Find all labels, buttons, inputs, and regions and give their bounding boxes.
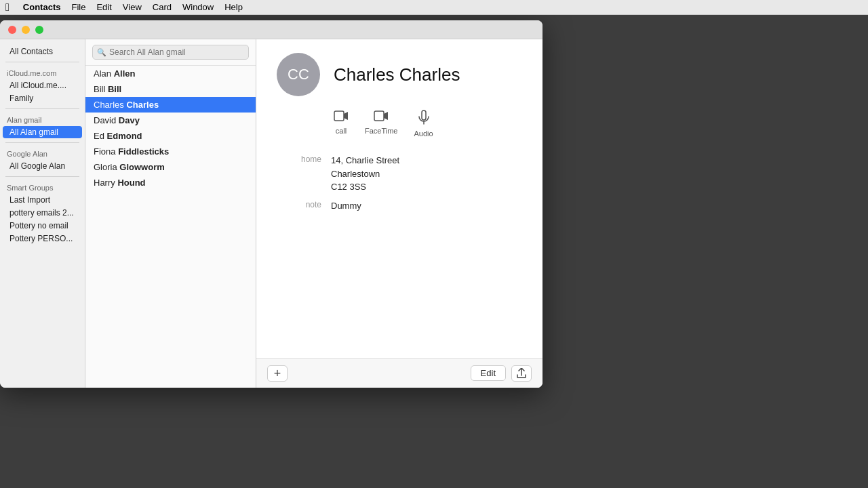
menu-window[interactable]: Window: [182, 2, 214, 12]
close-button[interactable]: [8, 26, 16, 34]
edit-button[interactable]: Edit: [471, 365, 506, 381]
menu-edit[interactable]: Edit: [96, 2, 111, 12]
contact-item-ed-edmond[interactable]: Ed Edmond: [85, 128, 256, 144]
address-label: home: [277, 154, 331, 164]
sidebar-divider-2: [5, 108, 79, 109]
sidebar-item-icloud-all[interactable]: All iCloud.me....: [3, 79, 82, 92]
contact-last-name: Davy: [119, 115, 140, 125]
contact-item-bill-bill[interactable]: Bill Bill: [85, 81, 256, 97]
menubar:  Contacts File Edit View Card Window He…: [0, 0, 868, 15]
sidebar-item-pottery-no-email[interactable]: Pottery no email: [3, 220, 82, 232]
menu-view[interactable]: View: [123, 2, 142, 12]
action-bar: call FaceTime: [277, 110, 522, 138]
detail-panel: CC Charles Charles call: [256, 39, 542, 388]
contact-item-gloria-glowworm[interactable]: Gloria Glowworm: [85, 159, 256, 175]
sidebar-group-alan-gmail: Alan gmail: [0, 113, 85, 125]
sidebar-divider-4: [5, 176, 79, 177]
menu-file[interactable]: File: [71, 2, 85, 12]
note-field-row: note Dummy: [277, 199, 522, 213]
search-icon: 🔍: [97, 48, 106, 57]
sidebar: All Contacts iCloud.me.com All iCloud.me…: [0, 39, 85, 388]
apple-menu[interactable]: : [5, 1, 9, 14]
sidebar-group-smart: Smart Groups: [0, 181, 85, 193]
contacts-window: All Contacts iCloud.me.com All iCloud.me…: [0, 20, 542, 388]
svg-rect-0: [334, 111, 344, 121]
sidebar-divider-1: [5, 62, 79, 62]
note-label: note: [277, 199, 331, 209]
call-label: call: [336, 127, 347, 135]
sidebar-item-last-import[interactable]: Last Import: [3, 194, 82, 206]
share-button[interactable]: [511, 365, 532, 382]
window-content: All Contacts iCloud.me.com All iCloud.me…: [0, 39, 542, 388]
sidebar-group-google-alan: Google Alan: [0, 147, 85, 159]
address-value: 14, Charlie StreetCharlestownC12 3SS: [331, 154, 399, 194]
menu-help[interactable]: Help: [224, 2, 243, 12]
contact-first-name: Alan: [94, 68, 114, 79]
contact-list: 🔍 Alan Allen Bill Bill Charles Charles D…: [85, 39, 256, 388]
svg-marker-3: [384, 112, 388, 120]
audio-icon: [418, 110, 430, 128]
contact-last-name: Bill: [108, 84, 121, 94]
menu-card[interactable]: Card: [153, 2, 172, 12]
titlebar: [0, 20, 542, 39]
contact-first-name: David: [94, 115, 119, 125]
sidebar-item-all-google-alan[interactable]: All Google Alan: [3, 160, 82, 172]
contact-first-name: Fiona: [94, 146, 118, 157]
contact-last-name: Glowworm: [119, 162, 164, 172]
contact-item-david-davy[interactable]: David Davy: [85, 113, 256, 128]
audio-label: Audio: [414, 129, 433, 138]
contact-first-name: Harry: [94, 178, 117, 188]
footer-right: Edit: [471, 365, 532, 382]
note-value: Dummy: [331, 199, 361, 213]
detail-content: CC Charles Charles call: [256, 39, 542, 358]
contact-last-name: Hound: [117, 178, 145, 188]
call-button[interactable]: call: [334, 110, 349, 138]
contact-first-name: Charles: [94, 100, 126, 110]
contact-first-name: Ed: [94, 131, 107, 141]
sidebar-item-pottery-emails[interactable]: pottery emails 2...: [3, 207, 82, 219]
contact-header: CC Charles Charles: [277, 53, 522, 96]
detail-footer: + Edit: [256, 358, 542, 388]
search-bar: 🔍: [85, 39, 256, 66]
contact-item-charles-charles[interactable]: Charles Charles: [85, 97, 256, 113]
sidebar-item-pottery-perso[interactable]: Pottery PERSO...: [3, 232, 82, 245]
maximize-button[interactable]: [35, 26, 43, 34]
svg-marker-1: [344, 112, 348, 120]
call-icon: [334, 110, 349, 125]
contact-list-items: Alan Allen Bill Bill Charles Charles Dav…: [85, 66, 256, 388]
menu-contacts[interactable]: Contacts: [23, 2, 61, 12]
audio-button[interactable]: Audio: [414, 110, 433, 138]
contact-first-name: Bill: [94, 84, 108, 94]
contact-item-fiona-fiddlesticks[interactable]: Fiona Fiddlesticks: [85, 144, 256, 159]
address-field-row: home 14, Charlie StreetCharlestownC12 3S…: [277, 154, 522, 194]
contact-last-name: Edmond: [107, 131, 142, 141]
add-button[interactable]: +: [267, 365, 288, 382]
sidebar-divider-3: [5, 142, 79, 143]
svg-rect-2: [374, 111, 384, 121]
contact-first-name: Gloria: [94, 162, 119, 172]
sidebar-item-all-alan-gmail[interactable]: All Alan gmail: [3, 126, 82, 138]
avatar: CC: [277, 53, 320, 96]
contact-last-name: Fiddlesticks: [118, 146, 169, 157]
facetime-button[interactable]: FaceTime: [365, 110, 398, 138]
contact-item-harry-hound[interactable]: Harry Hound: [85, 175, 256, 190]
minimize-button[interactable]: [22, 26, 30, 34]
contact-last-name: Charles: [126, 100, 159, 110]
sidebar-item-all-contacts[interactable]: All Contacts: [3, 45, 82, 58]
sidebar-group-icloud: iCloud.me.com: [0, 66, 85, 79]
sidebar-item-family[interactable]: Family: [3, 92, 82, 104]
contact-last-name: Allen: [114, 68, 136, 79]
facetime-label: FaceTime: [365, 127, 398, 135]
search-input[interactable]: [92, 45, 249, 60]
contact-full-name: Charles Charles: [334, 64, 460, 85]
contact-item-alan-allen[interactable]: Alan Allen: [85, 66, 256, 81]
facetime-icon: [374, 110, 389, 125]
